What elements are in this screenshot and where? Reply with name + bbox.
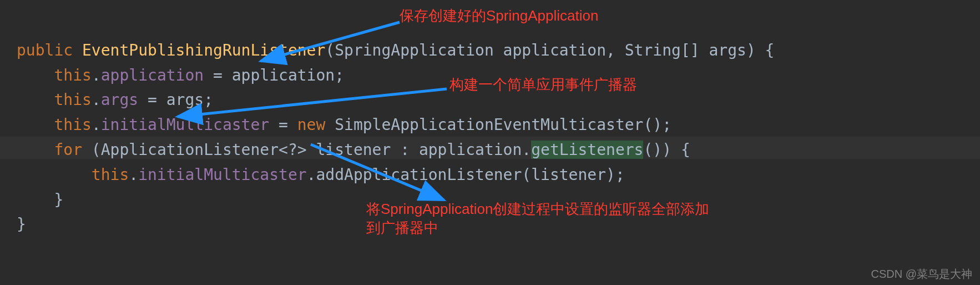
annotation-3-line2: 到广播器中 xyxy=(366,219,438,236)
dot: . xyxy=(92,66,101,84)
eq: = xyxy=(269,116,297,134)
for-open: (ApplicationListener<?> listener : appli… xyxy=(82,141,531,159)
annotation-1: 保存创建好的SpringApplication xyxy=(400,7,598,26)
annotation-3: 将SpringApplication创建过程中设置的监听器全部添加 到广播器中 xyxy=(366,200,766,238)
dot: . xyxy=(92,91,101,109)
field-initialMulticaster: initialMulticaster xyxy=(138,166,306,184)
watermark: CSDN @菜鸟是大神 xyxy=(871,267,972,282)
assign-rest: = args; xyxy=(138,91,213,109)
annotation-2: 构建一个简单应用事件广播器 xyxy=(449,76,637,94)
signature-rest: (SpringApplication application, String[]… xyxy=(325,41,774,59)
annotation-3-line1: 将SpringApplication创建过程中设置的监听器全部添加 xyxy=(366,201,709,217)
field-initialMulticaster: initialMulticaster xyxy=(101,116,269,134)
keyword-this: this xyxy=(54,116,91,134)
call-rest: .addApplicationListener(listener); xyxy=(307,166,625,184)
brace-close: } xyxy=(17,215,26,233)
new-rest: SimpleApplicationEventMulticaster(); xyxy=(325,116,671,134)
keyword-public: public xyxy=(17,41,73,59)
dot: . xyxy=(129,166,138,184)
highlight-getListeners: getListeners xyxy=(531,141,643,159)
keyword-this: this xyxy=(54,91,91,109)
assign-rest: = application; xyxy=(204,66,344,84)
dot: . xyxy=(92,116,101,134)
keyword-this: this xyxy=(54,66,91,84)
keyword-for: for xyxy=(54,141,82,159)
keyword-new: new xyxy=(297,116,326,134)
constructor-name: EventPublishingRunListener xyxy=(82,41,325,59)
for-close: ()) { xyxy=(643,141,690,159)
field-args: args xyxy=(101,91,138,109)
field-application: application xyxy=(101,66,204,84)
keyword-this: this xyxy=(92,166,129,184)
brace-close: } xyxy=(54,191,63,209)
